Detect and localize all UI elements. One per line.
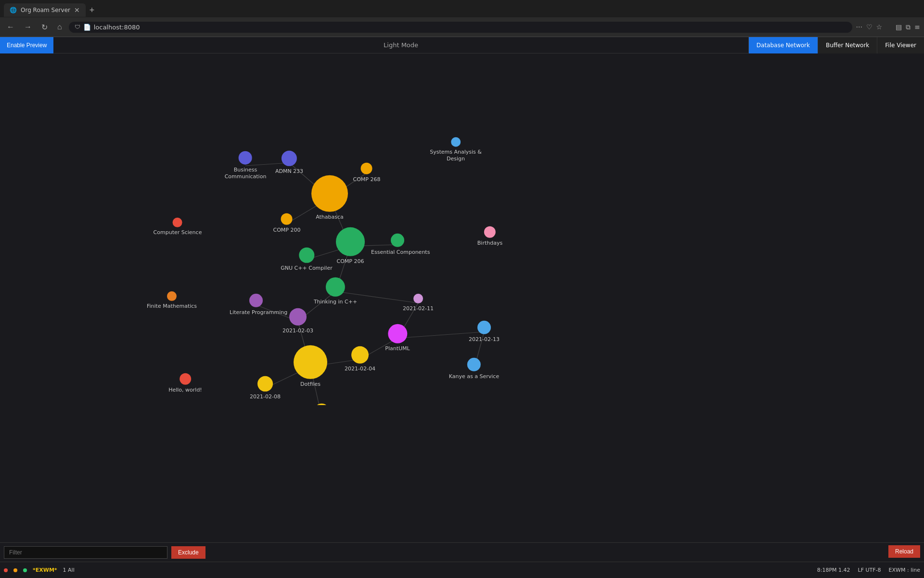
node-comp-268[interactable]: COMP 268 xyxy=(353,163,381,183)
node-circle-2021-02-03 xyxy=(289,308,307,326)
node-hello-world[interactable]: Hello, world! xyxy=(168,373,202,394)
menu-icon[interactable]: ≡ xyxy=(914,23,920,31)
node-circle-hello-world xyxy=(180,373,191,385)
tab-buffer-network[interactable]: Buffer Network xyxy=(818,37,877,53)
node-circle-comp-200 xyxy=(281,213,293,225)
node-2021-02-03[interactable]: 2021-02-03 xyxy=(282,308,313,334)
node-circle-business-communication xyxy=(239,151,252,165)
node-label-admn-233: ADMN 233 xyxy=(275,168,303,175)
node-2021-02-13[interactable]: 2021-02-13 xyxy=(469,321,500,343)
node-label-gnu-cpp-compiler: GNU C++ Compiler xyxy=(281,265,332,272)
node-label-plantuml: PlantUML xyxy=(385,345,410,352)
tab-database-network[interactable]: Database Network xyxy=(748,37,818,53)
browser-tab[interactable]: 🌐 Org Roam Server ✕ xyxy=(4,3,86,17)
node-circle-comp-268 xyxy=(361,163,372,174)
node-thinking-in-cpp[interactable]: Thinking in C++ xyxy=(314,277,357,305)
address-bar: ← → ↻ ⌂ 🛡 📄 localhost:8080 ··· ♡ ☆ ▤ ⧉ ≡ xyxy=(0,17,924,37)
node-computer-science[interactable]: Computer Science xyxy=(154,218,202,236)
node-literate-programming[interactable]: Literate Programming xyxy=(230,294,282,316)
node-label-hello-world: Hello, world! xyxy=(168,387,202,394)
new-tab-button[interactable]: + xyxy=(86,5,99,15)
back-button[interactable]: ← xyxy=(4,22,17,32)
node-circle-computer-science xyxy=(173,218,182,227)
network-graph: BusinessCommunicationADMN 233COMP 268Sys… xyxy=(0,53,924,405)
node-plantuml[interactable]: PlantUML xyxy=(385,324,410,352)
node-circle-immutable-emacs xyxy=(314,404,329,405)
node-label-2021-02-13: 2021-02-13 xyxy=(469,336,500,343)
node-admn-233[interactable]: ADMN 233 xyxy=(275,151,303,175)
edges-layer xyxy=(0,53,924,405)
node-2021-02-04[interactable]: 2021-02-04 xyxy=(345,346,375,372)
node-circle-admn-233 xyxy=(282,151,297,166)
node-circle-athabasca xyxy=(311,175,348,212)
node-circle-kanye-as-a-service xyxy=(467,358,481,371)
node-athabasca[interactable]: Athabasca xyxy=(311,175,348,221)
reload-nav-button[interactable]: ↻ xyxy=(38,22,51,33)
workspace-number: 1 All xyxy=(63,567,75,573)
node-2021-02-08[interactable]: 2021-02-08 xyxy=(250,376,281,400)
reader-mode-icon[interactable]: ▤ xyxy=(896,23,902,31)
page-icon: 📄 xyxy=(83,24,91,31)
node-circle-2021-02-08 xyxy=(257,376,273,392)
more-options-icon[interactable]: ··· xyxy=(856,23,862,31)
reload-button[interactable]: Reload xyxy=(888,545,920,558)
node-dotfiles[interactable]: Dotfiles xyxy=(294,345,327,388)
exclude-button[interactable]: Exclude xyxy=(171,546,205,559)
url-box[interactable]: 🛡 📄 localhost:8080 xyxy=(69,22,852,33)
tab-file-viewer[interactable]: File Viewer xyxy=(877,37,924,53)
node-label-kanye-as-a-service: Kanye as a Service xyxy=(449,373,499,380)
node-circle-finite-mathematics xyxy=(167,291,177,301)
node-label-comp-206: COMP 206 xyxy=(337,258,364,265)
node-comp-200[interactable]: COMP 200 xyxy=(273,213,301,234)
light-mode-toggle[interactable]: Light Mode xyxy=(53,41,748,49)
toolbar-right: ··· ♡ ☆ ▤ ⧉ ≡ xyxy=(856,23,920,31)
status-right: 8:18PM 1.42 LF UTF-8 EXWM : line xyxy=(817,567,920,573)
node-label-birthdays: Birthdays xyxy=(477,240,502,247)
workspace-name: *EXWM* xyxy=(33,567,57,573)
node-circle-comp-206 xyxy=(336,227,365,256)
node-label-computer-science: Computer Science xyxy=(154,229,202,236)
node-kanye-as-a-service[interactable]: Kanye as a Service xyxy=(449,358,499,380)
node-immutable-emacs[interactable]: Immutable Emacs xyxy=(297,404,345,405)
node-label-comp-268: COMP 268 xyxy=(353,176,381,183)
node-label-2021-02-08: 2021-02-08 xyxy=(250,394,281,400)
filter-bar: Exclude xyxy=(0,542,924,562)
node-finite-mathematics[interactable]: Finite Mathematics xyxy=(147,291,197,310)
status-mode: EXWM : line xyxy=(889,567,920,573)
node-circle-dotfiles xyxy=(294,345,327,379)
node-label-athabasca: Athabasca xyxy=(316,214,344,221)
tab-close-button[interactable]: ✕ xyxy=(74,6,80,14)
tab-title: Org Roam Server xyxy=(21,7,70,13)
node-label-business-communication: BusinessCommunication xyxy=(225,167,267,181)
tab-favicon: 🌐 xyxy=(10,7,17,13)
node-circle-2021-02-13 xyxy=(477,321,491,334)
node-2021-02-11[interactable]: 2021-02-11 xyxy=(403,294,434,312)
status-dot-red xyxy=(4,568,8,572)
node-label-systems-analysis: Systems Analysis &Design xyxy=(430,149,482,163)
star-icon[interactable]: ☆ xyxy=(876,23,882,31)
filter-input[interactable] xyxy=(4,546,167,559)
node-label-2021-02-04: 2021-02-04 xyxy=(345,366,375,372)
node-label-finite-mathematics: Finite Mathematics xyxy=(147,303,197,310)
pocket-icon[interactable]: ♡ xyxy=(866,23,873,31)
node-business-communication[interactable]: BusinessCommunication xyxy=(225,151,267,181)
node-systems-analysis[interactable]: Systems Analysis &Design xyxy=(430,137,482,163)
node-label-literate-programming: Literate Programming xyxy=(230,309,282,316)
node-label-2021-02-03: 2021-02-03 xyxy=(282,328,313,334)
node-circle-thinking-in-cpp xyxy=(326,277,345,297)
node-label-essential-components: Essential Components xyxy=(371,249,424,256)
security-icon: 🛡 xyxy=(75,24,80,30)
node-circle-systems-analysis xyxy=(451,137,461,147)
node-label-comp-200: COMP 200 xyxy=(273,227,301,234)
node-birthdays[interactable]: Birthdays xyxy=(477,226,502,247)
nav-tabs: Database Network Buffer Network File Vie… xyxy=(748,37,924,53)
forward-button[interactable]: → xyxy=(21,22,35,32)
split-view-icon[interactable]: ⧉ xyxy=(906,23,911,31)
node-circle-gnu-cpp-compiler xyxy=(299,248,314,263)
node-label-dotfiles: Dotfiles xyxy=(300,381,321,388)
node-essential-components[interactable]: Essential Components xyxy=(371,234,424,256)
node-gnu-cpp-compiler[interactable]: GNU C++ Compiler xyxy=(281,248,332,272)
enable-preview-button[interactable]: Enable Preview xyxy=(0,37,53,53)
node-comp-206[interactable]: COMP 206 xyxy=(336,227,365,265)
home-button[interactable]: ⌂ xyxy=(54,22,65,32)
